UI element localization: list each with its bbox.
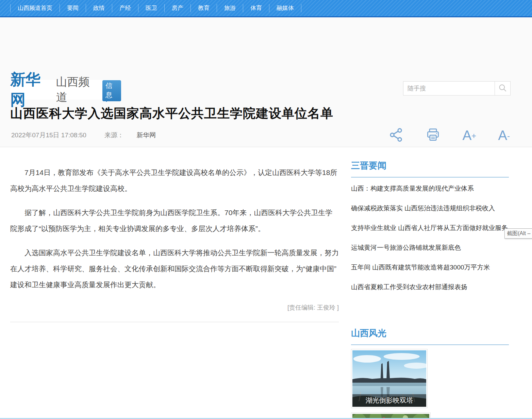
font-increase-icon: A+: [462, 128, 476, 142]
sidebar: 三晋要闻 山西：构建支撑高质量发展的现代产业体系 确保减税政策落实 山西惩治违法…: [351, 160, 509, 419]
nav-item-media[interactable]: 融媒体: [269, 4, 301, 12]
channel-label: 山西频道: [56, 74, 98, 105]
news-list: 山西：构建支撑高质量发展的现代产业体系 确保减税政策落实 山西惩治违法违规组织非…: [351, 179, 509, 297]
source-name: 新华网: [136, 132, 156, 139]
printer-icon: [426, 127, 440, 143]
page: 山西频道首页 要闻 政情 产经 医卫 房产 教育 旅游 体育 融媒体 新华网 山…: [0, 0, 532, 419]
share-button[interactable]: [389, 127, 404, 143]
article-divider: [10, 322, 339, 322]
photo-gallery: 湖光倒影映双塔: [351, 349, 509, 419]
nav-item-home[interactable]: 山西频道首页: [10, 4, 60, 12]
search-icon: [498, 83, 507, 93]
screenshot-tooltip: 截图(Alt –: [504, 228, 532, 239]
photo-caption: 湖光倒影映双塔: [352, 394, 426, 407]
search-input[interactable]: [403, 82, 495, 95]
nav-item-news[interactable]: 要闻: [60, 4, 86, 12]
article-date: 2022年07月15日 17:08:50: [11, 132, 86, 139]
editor-credit: [责任编辑: 王俊玲 ]: [10, 303, 339, 312]
source-label: 来源：: [104, 132, 124, 139]
page-title: 山西医科大学入选国家高水平公共卫生学院建设单位名单: [10, 105, 401, 122]
nav-item-politics[interactable]: 政情: [86, 4, 112, 12]
nav-item-travel[interactable]: 旅游: [217, 4, 243, 12]
article-body: 7月14日，教育部发布《关于高水平公共卫生学院建设高校名单的公示》，认定山西医科…: [10, 160, 339, 322]
lake-photo-image: 湖光倒影映双塔: [352, 350, 426, 407]
article-paragraph: 7月14日，教育部发布《关于高水平公共卫生学院建设高校名单的公示》，认定山西医科…: [10, 164, 339, 196]
news-link[interactable]: 五年间 山西既有建筑节能改造将超3000万平方米: [351, 258, 509, 277]
sidebar-news-title: 三晋要闻: [351, 160, 509, 177]
share-icon: [389, 127, 404, 143]
brand-logo: 新华网: [10, 69, 52, 110]
article-header: 新华网 山西频道 信息 山西医科大学入选国家高水平公共卫生学院建设单位名单 20…: [0, 17, 532, 147]
font-decrease-icon: A-: [498, 128, 510, 142]
news-link[interactable]: 确保减税政策落实 山西惩治违法违规组织非税收入: [351, 198, 509, 218]
news-link[interactable]: 山西：构建支撑高质量发展的现代产业体系: [351, 179, 509, 198]
article-meta: 2022年07月15日 17:08:50 来源： 新华网: [11, 131, 156, 140]
nav-item-education[interactable]: 教育: [190, 4, 217, 12]
nav-item-realestate[interactable]: 房产: [164, 4, 190, 12]
news-link[interactable]: 运城黄河一号旅游公路铺就发展新底色: [351, 238, 509, 258]
font-increase-button[interactable]: A+: [462, 128, 476, 142]
news-link[interactable]: 支持毕业生就业 山西省人社厅将从五方面做好就业服务: [351, 218, 509, 238]
gallery-photo-lake[interactable]: 湖光倒影映双塔: [351, 349, 428, 408]
nav-item-economy[interactable]: 产经: [112, 4, 138, 12]
search-button[interactable]: [495, 82, 510, 95]
nav-item-health[interactable]: 医卫: [138, 4, 164, 12]
gallery-title: 山西风光: [351, 327, 509, 345]
gallery-section: 山西风光: [351, 327, 509, 419]
news-link[interactable]: 山西省夏粮工作受到农业农村部通报表扬: [351, 277, 509, 297]
top-navigation: 山西频道首页 要闻 政情 产经 医卫 房产 教育 旅游 体育 融媒体: [0, 0, 532, 17]
info-badge: 信息: [102, 80, 121, 101]
article-paragraph: 据了解，山西医科大学公共卫生学院前身为山西医学院卫生系。70年来，山西医科大学公…: [10, 205, 339, 237]
site-logo[interactable]: 新华网 山西频道 信息: [10, 80, 121, 100]
article-toolbar: A+ A-: [389, 127, 510, 144]
article-paragraph: 入选国家高水平公共卫生学院建设名单，山西医科大学将推动公共卫生学院新一轮高质量发…: [10, 245, 339, 293]
search-bar: [403, 81, 511, 95]
nav-item-sports[interactable]: 体育: [243, 4, 269, 12]
print-button[interactable]: [426, 127, 440, 143]
font-decrease-button[interactable]: A-: [498, 128, 510, 142]
